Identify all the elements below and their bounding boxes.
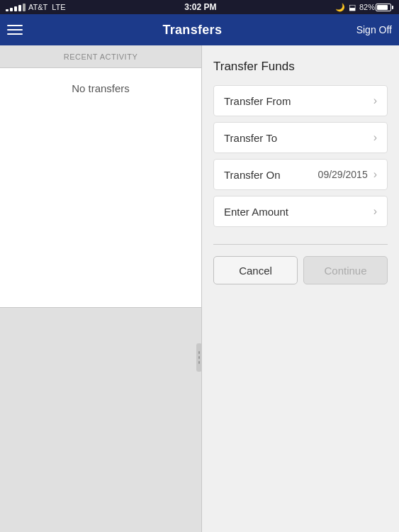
status-left: AT&T LTE — [6, 3, 66, 11]
network-label: LTE — [52, 3, 65, 11]
hamburger-line-2 — [7, 29, 23, 31]
hamburger-menu-button[interactable] — [7, 19, 28, 40]
transfer-on-chevron-icon: › — [373, 168, 377, 181]
moon-icon: 🌙 — [335, 3, 345, 12]
main-content: RECENT ACTIVITY No transfers Transfer Fu… — [0, 45, 399, 532]
button-row: Cancel Continue — [213, 256, 388, 284]
transfer-on-label: Transfer On — [224, 169, 280, 181]
signal-dots — [6, 4, 26, 11]
transfer-from-label: Transfer From — [224, 95, 291, 107]
battery-tip — [392, 6, 393, 9]
cancel-button[interactable]: Cancel — [213, 256, 298, 284]
page-title: Transfers — [162, 23, 222, 38]
battery-percent-label: 82% — [359, 3, 375, 11]
right-panel: Transfer Funds Transfer From › Transfer … — [202, 45, 399, 532]
left-panel: RECENT ACTIVITY No transfers — [0, 45, 202, 532]
continue-button: Continue — [303, 256, 388, 284]
signal-dot-2 — [10, 8, 13, 11]
enter-amount-chevron-icon: › — [373, 205, 377, 218]
hamburger-line-3 — [7, 33, 23, 35]
transfer-funds-title: Transfer Funds — [213, 60, 388, 74]
transfer-to-field[interactable]: Transfer To › — [213, 122, 388, 153]
drag-handle-line-2 — [198, 356, 200, 359]
carrier-label: AT&T — [28, 3, 47, 11]
battery-body — [376, 4, 391, 11]
recent-activity-label: RECENT ACTIVITY — [64, 52, 137, 61]
no-transfers-container: No transfers — [0, 68, 201, 308]
hamburger-line-1 — [7, 25, 23, 26]
recent-activity-header: RECENT ACTIVITY — [0, 45, 201, 68]
transfer-from-chevron-icon: › — [373, 94, 377, 107]
status-time: 3:02 PM — [184, 2, 216, 12]
signal-dot-1 — [6, 9, 9, 11]
signal-dot-4 — [18, 5, 21, 11]
signal-dot-3 — [14, 6, 17, 11]
transfer-to-label: Transfer To — [224, 132, 277, 144]
left-panel-bottom — [0, 308, 201, 533]
status-bar: AT&T LTE 3:02 PM 🌙 ⬓ 82% — [0, 0, 399, 14]
drag-handle-line-3 — [198, 361, 200, 364]
bluetooth-icon: ⬓ — [349, 3, 356, 12]
nav-bar: Transfers Sign Off — [0, 14, 399, 45]
signal-dot-5 — [23, 4, 26, 11]
sign-off-button[interactable]: Sign Off — [356, 24, 392, 35]
section-divider — [213, 244, 388, 245]
enter-amount-field[interactable]: Enter Amount › — [213, 196, 388, 227]
status-right: 🌙 ⬓ 82% — [335, 3, 393, 12]
drag-handle-line-1 — [198, 351, 200, 354]
enter-amount-label: Enter Amount — [224, 206, 288, 218]
transfer-on-field[interactable]: Transfer On 09/29/2015 › — [213, 159, 388, 190]
transfer-from-field[interactable]: Transfer From › — [213, 85, 388, 116]
transfer-on-value: 09/29/2015 — [318, 169, 368, 180]
drag-handle[interactable] — [196, 343, 202, 372]
battery-fill — [377, 5, 388, 10]
battery-icon: 82% — [359, 3, 393, 11]
transfer-to-chevron-icon: › — [373, 131, 377, 144]
no-transfers-text: No transfers — [72, 82, 130, 94]
